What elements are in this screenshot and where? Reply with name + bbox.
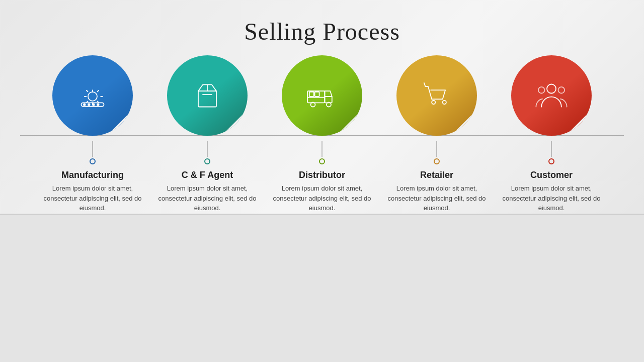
svg-rect-16	[315, 92, 319, 97]
svg-point-18	[443, 101, 446, 104]
step-customer-desc: Lorem ipsum dolor sit amet, consectetur …	[499, 184, 604, 213]
step-retailer-desc: Lorem ipsum dolor sit amet, consectetur …	[384, 184, 489, 213]
svg-point-17	[432, 101, 435, 104]
people-icon	[533, 77, 570, 114]
step-cf-agent-title: C & F Agent	[155, 170, 260, 180]
page-title: Selling Process	[244, 18, 400, 45]
step-cf-agent-desc: Lorem ipsum dolor sit amet, consectetur …	[155, 184, 260, 213]
step-customer: Customer Lorem ipsum dolor sit amet, con…	[494, 55, 609, 213]
step-distributor-title: Distributor	[270, 170, 374, 180]
svg-point-5	[97, 103, 99, 106]
step-distributor-desc: Lorem ipsum dolor sit amet, consectetur …	[270, 184, 374, 213]
svg-point-21	[558, 87, 565, 94]
step-manufacturing: Manufacturing Lorem ipsum dolor sit amet…	[35, 55, 150, 213]
svg-point-3	[88, 103, 90, 106]
svg-line-19	[424, 83, 426, 86]
svg-point-4	[92, 103, 95, 106]
svg-point-22	[538, 87, 545, 94]
svg-point-2	[83, 103, 86, 106]
box-icon	[189, 77, 225, 114]
step-customer-title: Customer	[499, 170, 604, 180]
step-manufacturing-title: Manufacturing	[40, 170, 145, 180]
svg-point-0	[88, 92, 97, 101]
cart-icon	[419, 77, 455, 114]
svg-rect-15	[309, 92, 314, 97]
truck-icon	[304, 77, 340, 114]
gear-icon	[74, 77, 111, 114]
step-retailer: Retailer Lorem ipsum dolor sit amet, con…	[379, 55, 494, 213]
svg-rect-11	[325, 97, 332, 103]
step-cf-agent: C & F Agent Lorem ipsum dolor sit amet, …	[150, 55, 265, 213]
step-retailer-title: Retailer	[384, 170, 489, 180]
svg-rect-6	[198, 91, 216, 107]
svg-point-20	[547, 84, 556, 94]
step-distributor: Distributor Lorem ipsum dolor sit amet, …	[265, 55, 379, 213]
step-manufacturing-desc: Lorem ipsum dolor sit amet, consectetur …	[40, 184, 145, 213]
